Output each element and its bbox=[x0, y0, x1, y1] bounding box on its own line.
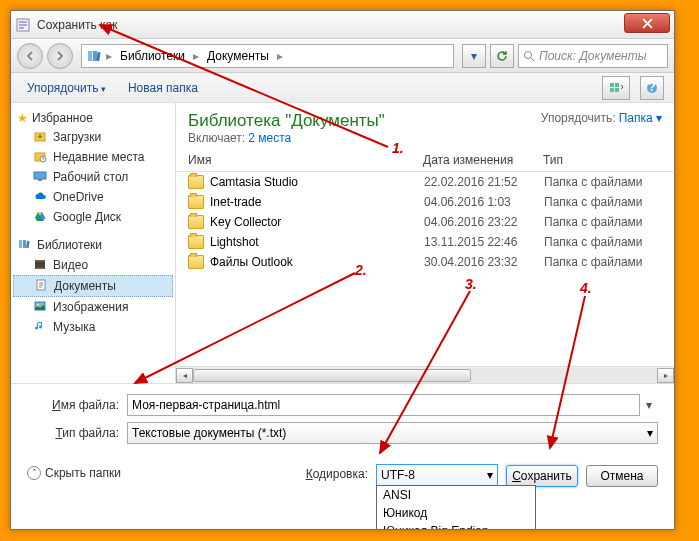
googledrive-icon bbox=[33, 209, 49, 225]
close-button[interactable] bbox=[624, 13, 670, 33]
folder-icon bbox=[188, 195, 204, 209]
star-icon: ★ bbox=[17, 111, 28, 125]
dialog-body: ★ Избранное Загрузки Недавние места Рабо… bbox=[11, 103, 674, 383]
content-area: Библиотека "Документы" Включает: 2 места… bbox=[176, 103, 674, 383]
svg-rect-5 bbox=[610, 83, 614, 87]
file-row[interactable]: Camtasia Studio22.02.2016 21:52Папка с ф… bbox=[188, 172, 662, 192]
window-title: Сохранить как bbox=[37, 18, 670, 32]
folder-icon bbox=[188, 175, 204, 189]
onedrive-icon bbox=[33, 189, 49, 205]
encoding-select[interactable]: UTF-8▾ bbox=[376, 464, 498, 486]
sidebar-item-downloads[interactable]: Загрузки bbox=[11, 127, 175, 147]
sidebar-item-pictures[interactable]: Изображения bbox=[11, 297, 175, 317]
help-button[interactable]: ? bbox=[640, 76, 664, 100]
bottom-bar: ˄ Скрыть папки Кодировка: UTF-8▾ ANSIЮни… bbox=[11, 458, 674, 499]
title-bar: Сохранить как bbox=[11, 11, 674, 39]
chevron-down-icon: ▾ bbox=[487, 468, 493, 482]
encoding-option[interactable]: ANSI bbox=[377, 486, 535, 504]
music-icon bbox=[33, 319, 49, 335]
filetype-label: Тип файла: bbox=[27, 426, 127, 440]
encoding-option[interactable]: Юникод Big Endian bbox=[377, 522, 535, 530]
includes-link[interactable]: 2 места bbox=[248, 131, 291, 145]
chevron-right-icon: ▸ bbox=[275, 49, 285, 63]
encoding-options-list: ANSIЮникодЮникод Big EndianUTF-8 bbox=[376, 485, 536, 530]
file-date: 22.02.2016 21:52 bbox=[424, 175, 544, 189]
library-subtitle: Включает: 2 места bbox=[188, 131, 385, 145]
file-row[interactable]: Inet-trade04.06.2016 1:03Папка с файлами bbox=[188, 192, 662, 212]
filetype-select[interactable]: Текстовые документы (*.txt)▾ bbox=[127, 422, 658, 444]
history-dropdown[interactable]: ▾ bbox=[462, 44, 486, 68]
breadcrumb[interactable]: ▸ Библиотеки ▸ Документы ▸ bbox=[81, 44, 454, 68]
folder-icon bbox=[188, 235, 204, 249]
svg-rect-14 bbox=[34, 172, 46, 179]
desktop-icon bbox=[33, 169, 49, 185]
folder-icon bbox=[188, 215, 204, 229]
scroll-right-button[interactable]: ▸ bbox=[657, 368, 674, 383]
file-name: Inet-trade bbox=[210, 195, 424, 209]
save-button[interactable]: Сохранить bbox=[506, 465, 578, 487]
sidebar-item-googledrive[interactable]: Google Диск bbox=[11, 207, 175, 227]
refresh-button[interactable] bbox=[490, 44, 514, 68]
file-name: Файлы Outlook bbox=[210, 255, 424, 269]
file-name: Lightshot bbox=[210, 235, 424, 249]
file-row[interactable]: Lightshot13.11.2015 22:46Папка с файлами bbox=[188, 232, 662, 252]
nav-bar: ▸ Библиотеки ▸ Документы ▸ ▾ Поиск: Доку… bbox=[11, 39, 674, 73]
search-input[interactable]: Поиск: Документы bbox=[518, 44, 668, 68]
file-name: Camtasia Studio bbox=[210, 175, 424, 189]
filename-input[interactable] bbox=[127, 394, 640, 416]
new-folder-button[interactable]: Новая папка bbox=[122, 77, 204, 99]
svg-rect-20 bbox=[35, 260, 45, 262]
arrange-dropdown[interactable]: Папка ▾ bbox=[619, 111, 662, 125]
sidebar-item-onedrive[interactable]: OneDrive bbox=[11, 187, 175, 207]
chevron-up-icon: ˄ bbox=[27, 466, 41, 480]
column-type[interactable]: Тип bbox=[543, 153, 662, 167]
column-date[interactable]: Дата изменения bbox=[423, 153, 543, 167]
horizontal-scrollbar[interactable]: ◂ ▸ bbox=[176, 366, 674, 383]
toolbar: Упорядочить Новая папка ? bbox=[11, 73, 674, 103]
column-headers[interactable]: Имя Дата изменения Тип bbox=[176, 149, 674, 172]
svg-rect-19 bbox=[35, 261, 45, 268]
file-row[interactable]: Key Collector04.06.2016 23:22Папка с фай… bbox=[188, 212, 662, 232]
scroll-track[interactable] bbox=[193, 368, 657, 383]
forward-button[interactable] bbox=[47, 43, 73, 69]
filename-dropdown-icon[interactable]: ▾ bbox=[640, 398, 658, 412]
svg-rect-17 bbox=[23, 240, 26, 248]
sidebar: ★ Избранное Загрузки Недавние места Рабо… bbox=[11, 103, 176, 383]
svg-rect-6 bbox=[615, 83, 619, 87]
scroll-thumb[interactable] bbox=[193, 369, 471, 382]
sidebar-libraries-header[interactable]: Библиотеки bbox=[11, 235, 175, 255]
encoding-option[interactable]: Юникод bbox=[377, 504, 535, 522]
sidebar-item-documents[interactable]: Документы bbox=[13, 275, 173, 297]
cancel-button[interactable]: Отмена bbox=[586, 465, 658, 487]
libraries-icon bbox=[17, 237, 33, 253]
organize-button[interactable]: Упорядочить bbox=[21, 77, 112, 99]
sidebar-item-videos[interactable]: Видео bbox=[11, 255, 175, 275]
sidebar-item-desktop[interactable]: Рабочий стол bbox=[11, 167, 175, 187]
folder-icon bbox=[188, 255, 204, 269]
svg-rect-8 bbox=[615, 88, 619, 92]
svg-rect-18 bbox=[26, 241, 29, 248]
file-row[interactable]: Файлы Outlook30.04.2016 23:32Папка с фай… bbox=[188, 252, 662, 272]
view-button[interactable] bbox=[602, 76, 630, 100]
svg-rect-1 bbox=[88, 51, 92, 61]
downloads-icon bbox=[33, 129, 49, 145]
svg-point-24 bbox=[37, 304, 39, 306]
filename-label: Имя файла: bbox=[27, 398, 127, 412]
svg-rect-7 bbox=[610, 88, 614, 92]
hide-folders-button[interactable]: ˄ Скрыть папки bbox=[27, 466, 121, 480]
file-name: Key Collector bbox=[210, 215, 424, 229]
back-button[interactable] bbox=[17, 43, 43, 69]
sidebar-item-recent[interactable]: Недавние места bbox=[11, 147, 175, 167]
breadcrumb-documents[interactable]: Документы bbox=[203, 47, 273, 65]
column-name[interactable]: Имя bbox=[188, 153, 423, 167]
file-type: Папка с файлами bbox=[544, 235, 643, 249]
file-list[interactable]: Camtasia Studio22.02.2016 21:52Папка с ф… bbox=[176, 172, 674, 366]
breadcrumb-libraries[interactable]: Библиотеки bbox=[116, 47, 189, 65]
arrange-by: Упорядочить: Папка ▾ bbox=[541, 111, 662, 125]
sidebar-favorites-header[interactable]: ★ Избранное bbox=[11, 109, 175, 127]
scroll-left-button[interactable]: ◂ bbox=[176, 368, 193, 383]
sidebar-item-music[interactable]: Музыка bbox=[11, 317, 175, 337]
file-date: 13.11.2015 22:46 bbox=[424, 235, 544, 249]
form-area: Имя файла: ▾ Тип файла: Текстовые докуме… bbox=[11, 383, 674, 458]
search-icon bbox=[523, 50, 535, 62]
